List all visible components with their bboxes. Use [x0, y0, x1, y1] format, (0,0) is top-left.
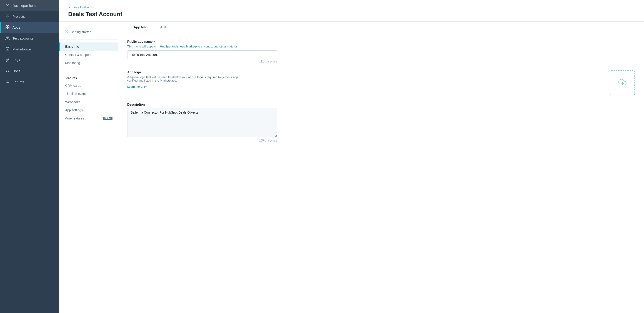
- nav-item-timeline-events[interactable]: Timeline events: [59, 90, 118, 98]
- nav-item-contact-support[interactable]: Contact & support: [59, 51, 118, 59]
- description-char-count: 205 characters: [127, 139, 277, 142]
- svg-rect-5: [8, 26, 9, 27]
- sidebar-item-projects[interactable]: Projects: [0, 11, 59, 22]
- description-input[interactable]: [127, 108, 277, 137]
- home-icon: [5, 3, 10, 8]
- sidebar-item-docs[interactable]: Docs: [0, 65, 59, 76]
- public-name-section: Public app name * This name will appear …: [127, 40, 635, 63]
- svg-line-13: [145, 86, 146, 87]
- marketplace-icon: [5, 47, 10, 51]
- logo-upload-box[interactable]: [610, 70, 635, 95]
- sidebar-item-forums-label: Forums: [12, 80, 24, 84]
- logo-label: App logo: [127, 70, 604, 74]
- public-name-hint: This name will appear in HubSpot tools, …: [127, 45, 635, 48]
- learn-more-link[interactable]: Learn more.: [127, 85, 147, 88]
- nav-divider-1: [59, 39, 118, 40]
- right-panel: App Info Auth Public app name * This nam…: [118, 21, 644, 313]
- getting-started-item[interactable]: Getting started: [59, 27, 118, 37]
- sidebar-item-projects-label: Projects: [12, 14, 25, 18]
- content-area: Getting started Basic info Contact & sup…: [59, 21, 644, 313]
- page-title: Deals Test Account: [68, 11, 635, 18]
- sidebar-item-developer-home-label: Developer home: [12, 4, 38, 7]
- svg-rect-7: [8, 27, 9, 29]
- main-content: Back to all apps Deals Test Account Gett…: [59, 0, 644, 313]
- nav-item-app-settings[interactable]: App settings: [59, 106, 118, 114]
- beta-badge: BETA: [103, 117, 112, 120]
- sidebar-item-keys-label: Keys: [12, 58, 20, 62]
- svg-point-8: [6, 36, 8, 38]
- logo-text-area: App logo A square logo that will be used…: [127, 70, 604, 89]
- code-icon: [5, 69, 10, 73]
- svg-rect-3: [8, 17, 9, 18]
- sidebar-item-marketplace[interactable]: Marketplace: [0, 44, 59, 54]
- getting-started-label: Getting started: [70, 30, 91, 34]
- left-nav: Getting started Basic info Contact & sup…: [59, 21, 118, 313]
- public-name-char-count: 182 characters: [127, 60, 277, 63]
- sidebar-item-test-accounts[interactable]: Test accounts: [0, 33, 59, 44]
- getting-started-icon: [64, 30, 68, 34]
- forum-icon: [5, 79, 10, 84]
- sidebar-item-developer-home[interactable]: Developer home: [0, 0, 59, 11]
- nav-item-more-features[interactable]: More features BETA: [59, 114, 118, 122]
- app-icon: [5, 25, 10, 29]
- key-icon: [5, 58, 10, 62]
- features-header: Features: [59, 73, 118, 81]
- nav-divider-2: [59, 70, 118, 70]
- tab-auth[interactable]: Auth: [154, 21, 174, 33]
- svg-rect-4: [6, 26, 8, 27]
- sidebar-item-apps-label: Apps: [12, 25, 20, 29]
- svg-rect-0: [6, 15, 7, 16]
- nav-item-crm-cards[interactable]: CRM cards: [59, 81, 118, 90]
- back-chevron-icon: [68, 6, 71, 9]
- external-link-icon: [144, 85, 147, 88]
- sidebar-item-keys[interactable]: Keys: [0, 54, 59, 65]
- description-label: Description: [127, 103, 635, 106]
- public-name-label: Public app name *: [127, 40, 635, 43]
- svg-rect-2: [6, 17, 7, 18]
- tab-app-info[interactable]: App Info: [127, 21, 154, 33]
- sidebar-item-forums[interactable]: Forums: [0, 76, 59, 87]
- sidebar: Developer home Projects Apps Test accoun…: [0, 0, 59, 313]
- top-header: Back to all apps Deals Test Account: [59, 0, 644, 21]
- nav-item-monitoring[interactable]: Monitoring: [59, 59, 118, 67]
- sidebar-item-test-accounts-label: Test accounts: [12, 36, 34, 40]
- user-icon: [5, 36, 10, 40]
- nav-item-webhooks[interactable]: Webhooks: [59, 98, 118, 106]
- nav-item-basic-info[interactable]: Basic info: [59, 42, 118, 51]
- sidebar-item-marketplace-label: Marketplace: [12, 47, 31, 51]
- cloud-upload-icon: [618, 78, 626, 88]
- svg-rect-6: [6, 27, 8, 29]
- logo-section: App logo A square logo that will be used…: [127, 70, 635, 95]
- logo-description: A square logo that will be used to ident…: [127, 75, 241, 82]
- back-to-apps-link[interactable]: Back to all apps: [68, 5, 635, 9]
- sidebar-item-docs-label: Docs: [12, 69, 20, 73]
- sidebar-item-apps[interactable]: Apps: [0, 22, 59, 33]
- description-section: Description 205 characters: [127, 103, 635, 142]
- tabs: App Info Auth: [127, 21, 635, 33]
- svg-rect-1: [8, 15, 9, 16]
- grid-icon: [5, 14, 10, 19]
- public-name-input[interactable]: [127, 50, 277, 59]
